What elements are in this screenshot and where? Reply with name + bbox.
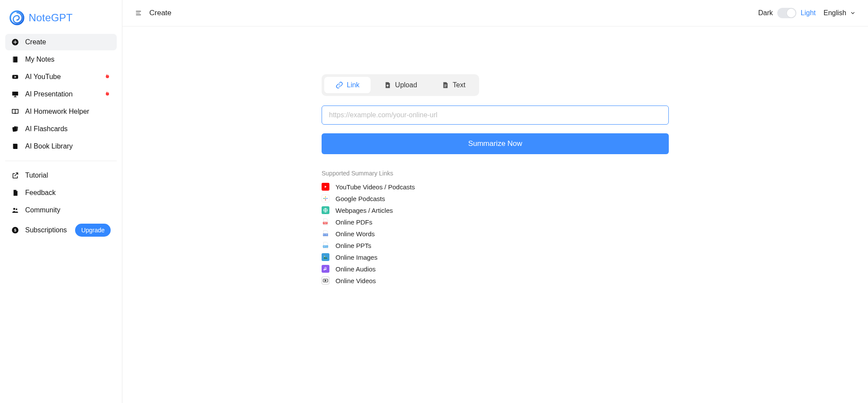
tab-label: Text xyxy=(453,81,465,89)
users-icon xyxy=(11,206,19,214)
chevron-down-icon xyxy=(850,10,856,16)
breadcrumb: Create xyxy=(149,9,171,17)
globe-icon xyxy=(322,206,329,214)
supported-item-google-podcasts: Google Podcasts xyxy=(322,195,669,202)
tab-label: Upload xyxy=(395,81,417,89)
sidebar-item-label: Tutorial xyxy=(25,172,48,179)
upgrade-button[interactable]: Upgrade xyxy=(75,224,111,237)
supported-item-ppts: PPTX Online PPTs xyxy=(322,241,669,249)
tab-upload[interactable]: Upload xyxy=(372,77,428,93)
content: Link Upload Text xyxy=(122,26,868,403)
sidebar-item-label: AI Homework Helper xyxy=(25,108,89,116)
sidebar-item-label: AI YouTube xyxy=(25,73,61,81)
supported-item-videos: Online Videos xyxy=(322,277,669,284)
tab-text[interactable]: Text xyxy=(430,77,477,93)
svg-point-15 xyxy=(326,198,327,199)
sidebar: NoteGPT Create My Notes AI YouTube xyxy=(0,0,122,403)
flame-icon xyxy=(103,73,111,81)
language-label: English xyxy=(824,9,846,17)
supported-item-label: Online PDFs xyxy=(335,218,372,226)
supported-item-pdfs: PDF Online PDFs xyxy=(322,218,669,226)
svg-point-8 xyxy=(13,208,16,210)
sidebar-divider xyxy=(5,161,117,161)
supported-item-label: Online Audios xyxy=(335,265,376,273)
language-select[interactable]: English xyxy=(824,9,856,17)
sidebar-item-label: My Notes xyxy=(25,56,55,63)
cards-icon xyxy=(11,125,19,133)
svg-text:$: $ xyxy=(14,228,16,232)
plus-circle-icon xyxy=(11,38,19,46)
svg-text:WORD: WORD xyxy=(323,234,328,236)
sidebar-item-subscriptions[interactable]: $ Subscriptions Upgrade xyxy=(5,219,117,241)
supported-item-words: WORD Online Words xyxy=(322,230,669,238)
supported-item-label: Online Videos xyxy=(335,277,376,284)
document-icon xyxy=(11,189,19,197)
google-podcasts-icon xyxy=(322,195,329,202)
sidebar-item-tutorial[interactable]: Tutorial xyxy=(5,167,117,184)
image-icon xyxy=(322,253,329,261)
svg-point-13 xyxy=(325,199,326,200)
svg-text:PPTX: PPTX xyxy=(323,246,328,248)
supported-links-title: Supported Summary Links xyxy=(322,170,669,177)
word-icon: WORD xyxy=(322,230,329,238)
notebook-icon xyxy=(11,56,19,63)
svg-rect-3 xyxy=(13,56,14,63)
ppt-icon: PPTX xyxy=(322,241,329,249)
external-link-icon xyxy=(11,172,19,179)
supported-links-list: YouTube Videos / Podcasts Google Podcast… xyxy=(322,183,669,284)
sidebar-item-label: AI Presentation xyxy=(25,90,72,98)
svg-point-12 xyxy=(325,196,326,197)
supported-item-label: Webpages / Articles xyxy=(335,207,393,214)
supported-item-label: Online Images xyxy=(335,254,378,261)
youtube-icon xyxy=(322,183,329,191)
brand-name: NoteGPT xyxy=(29,12,72,24)
audio-icon xyxy=(322,265,329,273)
create-panel: Link Upload Text xyxy=(322,74,669,403)
svg-point-14 xyxy=(323,198,324,199)
sidebar-item-ai-flashcards[interactable]: AI Flashcards xyxy=(5,121,117,137)
supported-item-audios: Online Audios xyxy=(322,265,669,273)
sidebar-item-label: AI Book Library xyxy=(25,142,72,150)
svg-text:PDF: PDF xyxy=(323,222,327,224)
sidebar-item-label: Create xyxy=(25,38,46,46)
sidebar-item-ai-presentation[interactable]: AI Presentation xyxy=(5,86,117,102)
sidebar-item-my-notes[interactable]: My Notes xyxy=(5,51,117,68)
url-input[interactable] xyxy=(322,106,669,125)
tab-label: Link xyxy=(347,81,359,89)
sidebar-toggle-icon[interactable] xyxy=(135,10,142,16)
sidebar-nav-primary: Create My Notes AI YouTube xyxy=(5,34,117,155)
sidebar-item-label: Feedback xyxy=(25,189,56,197)
supported-item-label: YouTube Videos / Podcasts xyxy=(335,183,415,191)
sidebar-item-ai-homework-helper[interactable]: AI Homework Helper xyxy=(5,103,117,120)
topbar: Create Dark Light English xyxy=(122,0,868,26)
theme-toggle: Dark Light xyxy=(758,8,815,18)
pdf-icon: PDF xyxy=(322,218,329,226)
supported-item-label: Online Words xyxy=(335,230,375,238)
theme-switch[interactable] xyxy=(777,8,796,18)
summarize-button[interactable]: Summarize Now xyxy=(322,133,669,154)
svg-point-9 xyxy=(16,208,17,210)
sidebar-item-ai-book-library[interactable]: AI Book Library xyxy=(5,138,117,155)
sidebar-item-label: AI Flashcards xyxy=(25,125,68,133)
main: Create Dark Light English xyxy=(122,0,868,403)
supported-item-label: Google Podcasts xyxy=(335,195,385,202)
svg-rect-7 xyxy=(13,126,18,131)
sidebar-item-create[interactable]: Create xyxy=(5,34,117,50)
dollar-circle-icon: $ xyxy=(11,226,19,234)
link-icon xyxy=(335,81,343,89)
supported-item-label: Online PPTs xyxy=(335,242,372,249)
presentation-icon xyxy=(11,90,19,98)
input-tabs: Link Upload Text xyxy=(322,74,479,96)
sidebar-item-ai-youtube[interactable]: AI YouTube xyxy=(5,69,117,85)
supported-item-youtube: YouTube Videos / Podcasts xyxy=(322,183,669,191)
sidebar-item-label: Subscriptions xyxy=(25,226,67,234)
sidebar-item-feedback[interactable]: Feedback xyxy=(5,185,117,201)
sidebar-item-label: Community xyxy=(25,206,60,214)
brand-logo[interactable]: NoteGPT xyxy=(5,7,117,34)
book-open-icon xyxy=(11,108,19,116)
brand-mark-icon xyxy=(10,10,24,25)
upload-icon xyxy=(384,81,391,89)
sidebar-item-community[interactable]: Community xyxy=(5,202,117,218)
theme-light-label: Light xyxy=(801,9,816,17)
tab-link[interactable]: Link xyxy=(324,77,371,93)
